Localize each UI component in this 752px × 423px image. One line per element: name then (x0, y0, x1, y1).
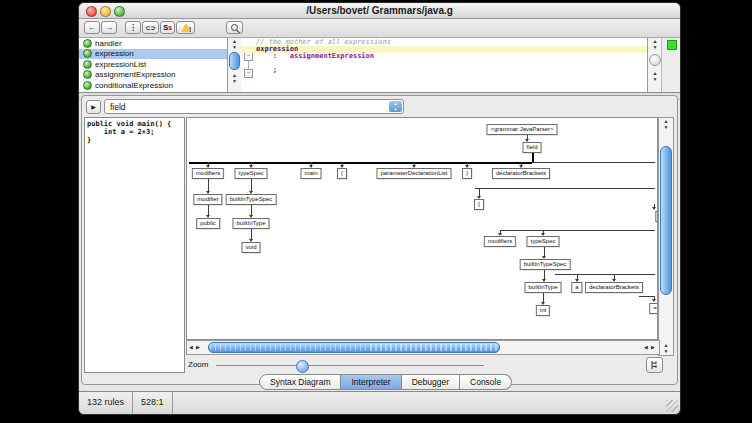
tree-node[interactable]: a (571, 282, 582, 293)
tree-node[interactable]: main (300, 168, 321, 179)
tree-node[interactable]: modifiers (484, 236, 516, 247)
rules-list-button[interactable]: ⋮ (125, 21, 141, 34)
tab-syntax-diagram[interactable]: Syntax Diagram (259, 374, 341, 390)
rule-status-icon (83, 60, 92, 69)
scroll-down-icon[interactable]: ▼ (659, 124, 673, 130)
editor-line: // the mother of all expressions (256, 39, 647, 46)
rules-list[interactable]: handlerexpressionexpressionListassignmen… (79, 38, 227, 92)
case-sensitivity-button[interactable]: Ss (160, 21, 175, 34)
rules-scrollbar-thumb[interactable] (229, 52, 240, 70)
tab-interpreter[interactable]: Interpreter (341, 374, 401, 390)
status-bar: 132 rules 528:1 (79, 391, 680, 414)
scroll-right-icon[interactable]: ▶ (196, 344, 200, 351)
tree-node[interactable]: int (536, 305, 550, 316)
tree-edge (208, 179, 209, 191)
editor-status-column (661, 38, 680, 92)
tree-node[interactable]: = (649, 303, 658, 314)
scroll-left-icon[interactable]: ◀ (189, 344, 193, 351)
tree-edge (532, 162, 655, 163)
scroll-down-icon[interactable]: ▼ (659, 348, 673, 354)
tab-console[interactable]: Console (460, 374, 512, 390)
parse-tree-canvas: <grammar JavaParser>fieldmodifierstypeSp… (186, 117, 658, 340)
tree-node[interactable]: declaratorBrackets (492, 168, 550, 179)
tree-horizontal-scrollbar[interactable]: ◀ ▶ ◀ ▶ (186, 340, 660, 355)
input-text-area[interactable]: public void main() { int a = 2+3; } (84, 117, 185, 373)
tree-node[interactable]: builtInType (524, 282, 561, 293)
tree-edge (555, 274, 655, 275)
rule-item-label: expressionList (95, 60, 146, 69)
resize-grip[interactable] (666, 400, 678, 412)
rules-scrollbar[interactable]: ▲ ▼ ▲ ▼ (227, 38, 242, 92)
scroll-down-icon[interactable]: ▼ (648, 44, 662, 50)
forward-button[interactable]: → (101, 21, 117, 34)
back-button[interactable]: ← (84, 21, 100, 34)
tree-node[interactable]: ( (337, 168, 347, 179)
scroll-down-icon[interactable]: ▼ (228, 44, 241, 50)
tree-view-icon (650, 360, 660, 370)
zoom-window-button[interactable] (114, 6, 125, 17)
rule-item-label: handler (95, 39, 122, 48)
tree-node[interactable]: public (196, 218, 220, 229)
zoom-slider-thumb[interactable] (296, 360, 309, 373)
minimize-window-button[interactable] (100, 6, 111, 17)
rule-status-icon (83, 49, 92, 58)
tree-vscroll-thumb[interactable] (660, 146, 672, 295)
tree-edge (251, 229, 252, 239)
tree-view-toggle-button[interactable] (646, 357, 663, 373)
find-button[interactable] (226, 21, 243, 34)
rule-item[interactable]: conditionalExpression (79, 80, 227, 91)
tree-node[interactable]: builtInTypeSpec (226, 194, 277, 205)
editor-scrollbar[interactable]: ▲ ▼ ▲ ▼ (647, 38, 662, 92)
grammar-area: handlerexpressionexpressionListassignmen… (79, 38, 680, 93)
tree-node[interactable]: parameterDeclarationList (376, 168, 451, 179)
rule-status-icon (83, 39, 92, 48)
tree-node[interactable]: modifier (193, 194, 222, 205)
tree-node[interactable]: { (474, 199, 484, 210)
app-window: /Users/bovet/ Grammars/java.g ← → ⋮ ⊂⊃ S… (78, 2, 681, 415)
close-window-button[interactable] (86, 6, 97, 17)
fold-end-marker[interactable]: − (244, 69, 253, 78)
tree-node[interactable]: builtInType (232, 218, 269, 229)
tree-node[interactable]: <grammar JavaParser> (486, 124, 557, 135)
tree-node[interactable]: field (522, 142, 541, 153)
run-button[interactable]: ▶ (86, 100, 101, 114)
tree-node[interactable]: typeSpec (234, 168, 267, 179)
editor-scrollbar-thumb[interactable] (649, 54, 661, 66)
scroll-down-icon[interactable]: ▼ (648, 76, 662, 82)
tree-node[interactable]: ) (462, 168, 472, 179)
stepper-down-icon: ▼ (389, 107, 402, 113)
zoom-label: Zoom (188, 360, 208, 369)
tree-edge (251, 179, 252, 191)
rule-item[interactable]: handler (79, 38, 227, 49)
rule-item[interactable]: expression (79, 49, 227, 60)
rule-item[interactable]: expressionList (79, 59, 227, 70)
tree-vertical-scrollbar[interactable]: ▲ ▼ ▲ ▼ (658, 117, 674, 356)
tree-edge (544, 270, 545, 279)
tree-edge (251, 205, 252, 215)
scroll-down-icon[interactable]: ▼ (228, 78, 241, 84)
tree-node[interactable]: builtInTypeSpec (520, 259, 571, 270)
grammar-editor[interactable]: − − // the mother of all expressionsexpr… (241, 38, 647, 92)
title-bar[interactable]: /Users/bovet/ Grammars/java.g (79, 3, 680, 19)
scroll-left-icon[interactable]: ◀ (644, 344, 648, 351)
rule-item-label: expression (95, 49, 134, 58)
window-title: /Users/bovet/ Grammars/java.g (306, 5, 453, 16)
warnings-button[interactable]: ! (176, 21, 195, 34)
rule-item[interactable]: assignmentExpression (79, 70, 227, 81)
play-icon: ▶ (91, 104, 96, 110)
scroll-right-icon[interactable]: ▶ (651, 344, 655, 351)
tree-node[interactable]: declaratorBrackets (585, 282, 643, 293)
tab-debugger[interactable]: Debugger (402, 374, 460, 390)
start-rule-combobox[interactable]: field ▲ ▼ (104, 99, 404, 114)
zoom-slider[interactable] (216, 365, 484, 366)
tree-node[interactable]: typeSpec (526, 236, 559, 247)
tree-node[interactable]: void (241, 242, 260, 253)
back-arrow-icon: ← (88, 23, 96, 32)
code-token: assignmentExpression (290, 52, 374, 60)
tree-node[interactable]: modifiers (192, 168, 224, 179)
toolbar: ← → ⋮ ⊂⊃ Ss ! (79, 19, 680, 38)
tree-hscroll-thumb[interactable] (208, 342, 500, 353)
small-s-icon: s (168, 24, 172, 31)
syntax-diagram-button[interactable]: ⊂⊃ (142, 21, 159, 34)
tree-edge (532, 153, 534, 162)
